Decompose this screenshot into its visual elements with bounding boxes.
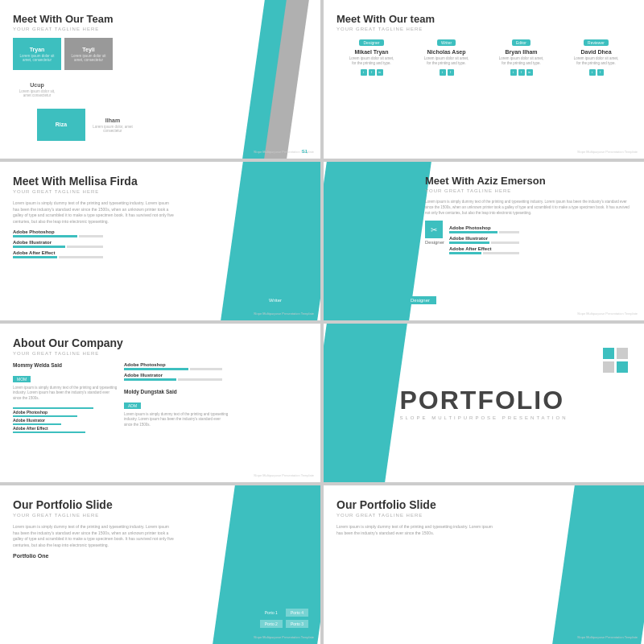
skill-bar-ps [13,235,174,237]
slide-2-title: Meet With Our team [336,13,631,25]
slide-8-title: Our Portfolio Slide [336,498,497,511]
facebook-icon-3: f [518,69,525,76]
portfolio-items: Porto 1 Porto 4 Porto 2 Porto 3 [260,609,308,628]
linkedin-icon: in [377,69,383,76]
porto-1: Porto 1 [260,609,283,617]
slide-7-title: Our Portfolio Slide [13,498,174,511]
slide-4-footer: Slope Multipurpose Presentation Template [577,312,638,316]
slide-7: Our Portfolio Slide YOUR GREAT TAGLINE H… [0,485,320,644]
slide-5-footer: Slope Multipurpose Presentation Template [254,473,314,477]
facebook-icon-2: f [448,69,454,76]
team-row: Designer Mikael Tryan Lorem ipsum dolor … [336,39,631,76]
slide-1: Meet With Our Team YOUR GREAT TAGLINE HE… [0,0,320,159]
twitter-icon-2: t [440,69,446,76]
skill-bar-ai-4 [449,242,631,244]
linkedin-icon-3: in [526,69,533,76]
member-nicholas: Writer Nicholas Asep Lorem ipsum dolor s… [411,39,481,76]
slide-3-body: Lorem ipsum is simply dummy text of the … [13,200,174,225]
person-box-riza: Riza [37,109,85,141]
tag-mom: MOM [13,376,31,382]
facebook-icon: f [369,69,375,76]
slide-8-footer: Slope Multipurpose Presentation Template [577,635,638,639]
portfolio-text: PORTFOLIO SLOPE MULTIPURPOSE PRESENTATIO… [399,386,568,420]
slide-5-title: About Our Company [13,336,308,349]
profile-skill: ✂ Designer Adobe Photoshop Adobe Illustr… [425,221,631,257]
writer-badge: Writer [262,296,288,304]
slide-3-tagline: YOUR GREAT TAGLINE HERE [13,189,174,194]
slide-8-tagline: YOUR GREAT TAGLINE HERE [336,513,497,518]
slide-7-tagline: YOUR GREAT TAGLINE HERE [13,513,174,518]
twitter-icon-3: t [510,69,517,76]
sq-gray-2 [603,361,614,373]
slide-5-tagline: YOUR GREAT TAGLINE HERE [13,351,308,356]
social-icons-2: t f [440,69,454,76]
slide-3-footer: Slope Multipurpose Presentation Template [254,312,314,316]
slide-8: Our Portfolio Slide YOUR GREAT TAGLINE H… [324,485,644,644]
slide-7-footer: Slope Multipurpose Presentation Template [254,635,314,639]
slide-3: Meet With Mellisa Firda YOUR GREAT TAGLI… [0,162,320,320]
designer-label: Designer [425,240,444,245]
testimonial-2: Moldy Dungstak Said ADM Lorem ipsum is s… [124,389,229,427]
slide-5: About Our Company YOUR GREAT TAGLINE HER… [0,324,320,482]
sq-gray-1 [617,348,628,359]
sq-teal-2 [617,361,628,373]
designer-badge: Designer [404,296,436,304]
member-mikael: Designer Mikael Tryan Lorem ipsum dolor … [336,39,407,76]
slide-2-tagline: YOUR GREAT TAGLINE HERE [336,27,631,31]
social-icons-1: t f in [361,69,383,76]
role-writer: Writer [437,39,456,46]
slide-3-content: Meet With Mellisa Firda YOUR GREAT TAGLI… [13,175,174,258]
skill-bar-ae-4 [449,252,631,254]
role-reviewer: Reviewer [584,39,609,46]
skill-bar-ps-4 [449,231,631,233]
portfolio-title: PORTFOLIO [399,386,568,415]
sq-teal-1 [603,348,614,359]
twitter-icon: t [361,69,367,76]
profile-icon: ✂ [425,221,443,238]
slide-8-body: Lorem ipsum is simply dummy text of the … [336,524,497,536]
portfolio-subtitle: SLOPE MULTIPURPOSE PRESENTATION [399,415,568,420]
skill-bar-r1 [124,368,229,370]
porto-4: Porto 4 [286,609,308,617]
skills-section-3: Adobe Photoshop Adobe Illustrator Adobe … [13,229,174,258]
slide-2-footer: Slope Multipurpose Presentation Template [577,150,638,154]
team-boxes: Tryan Lorem ipsum dolor sit amet, consec… [13,38,142,141]
portfolio-squares [603,348,628,373]
slide-1-page: S1 [302,149,308,154]
role-editor: Editor [512,39,530,46]
social-icons-3: t f in [510,69,533,76]
slide-4-body: Lorem ipsum is simply dummy text of the … [425,200,631,216]
skills-left: Adobe Photoshop Adobe Illustrator Adobe … [13,407,118,433]
social-icons-4: t f [589,69,604,76]
person-box-ilham: Ilham Lorem ipsum dolor, amet consectetu… [89,109,137,141]
porto-2: Porto 2 [260,620,283,628]
slide-4: Meet With Aziz Emerson YOUR GREAT TAGLIN… [324,162,644,320]
teal-block-8 [552,485,644,644]
skill-bar-ai [13,246,174,248]
slide-6: PORTFOLIO SLOPE MULTIPURPOSE PRESENTATIO… [324,324,644,482]
slide-7-body: Lorem ipsum is simply dummy text of the … [13,524,174,548]
testimonial-1: Mommy Welda Said MOM Lorem ipsum is simp… [13,362,118,401]
about-layout: Mommy Welda Said MOM Lorem ipsum is simp… [13,362,308,434]
slide-4-content: Meet With Aziz Emerson YOUR GREAT TAGLIN… [425,175,631,257]
person-box-tryan: Tryan Lorem ipsum dolor sit amet, consec… [13,38,61,70]
testimonials-left: Mommy Welda Said MOM Lorem ipsum is simp… [13,362,118,434]
slide-2: Meet With Our team YOUR GREAT TAGLINE HE… [324,0,644,159]
slide-7-content: Our Portfolio Slide YOUR GREAT TAGLINE H… [13,498,174,559]
slide-3-title: Meet With Mellisa Firda [13,175,174,188]
teal-block-6 [324,324,407,482]
portfolio-item-label: Portfolio One [13,553,174,559]
slide-4-title: Meet With Aziz Emerson [425,175,631,187]
member-david: Reviewer David Dhea Lorem ipsum dolor si… [561,39,631,76]
skill-bar-ae [13,256,174,258]
member-bryan: Editor Bryan Ilham Lorem ipsum dolor sit… [486,39,556,76]
skills-4: Adobe Photoshop Adobe Illustrator Adobe … [449,225,631,257]
tag-adm: ADM [124,402,141,409]
skills-right: Adobe Photoshop Adobe Illustrator Moldy … [124,362,229,434]
slide-8-content: Our Portfolio Slide YOUR GREAT TAGLINE H… [336,498,497,536]
skill-bar-r2 [124,378,229,381]
slide-4-tagline: YOUR GREAT TAGLINE HERE [425,188,631,193]
person-box-teyli: Teyli Lorem ipsum dolor sit amet, consec… [64,38,113,70]
person-box-ucup: Ucup Lorem ipsum dolor sit, amet consect… [13,73,61,105]
porto-3: Porto 3 [286,620,308,628]
